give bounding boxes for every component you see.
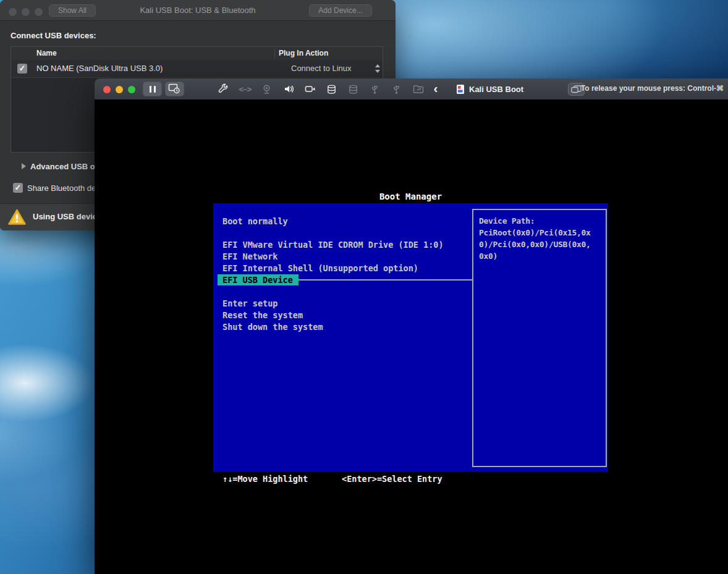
hard-disk-2-icon[interactable] (342, 80, 364, 98)
menu-item-efi-network[interactable]: EFI Network (213, 251, 471, 263)
usb-device-2-icon[interactable] (386, 80, 407, 98)
sound-icon[interactable] (277, 80, 299, 98)
column-divider (274, 48, 275, 59)
disclosure-triangle-icon[interactable] (22, 163, 26, 169)
add-device-button[interactable]: Add Device... (309, 4, 372, 17)
desktop: Show All Kali USB Boot: USB & Bluetooth … (0, 0, 728, 574)
help-move-highlight: ↑↓=Move Highlight (222, 474, 308, 484)
advanced-usb-label: Advanced USB opti (30, 162, 105, 171)
share-bluetooth-row[interactable]: Share Bluetooth de (13, 183, 96, 194)
boot-manager-panel: Boot normally EFI VMware Virtual IDE CDR… (213, 203, 608, 472)
camera-icon[interactable] (299, 80, 321, 98)
minimize-icon[interactable] (22, 8, 30, 16)
fullscreen-icon (571, 85, 582, 93)
snapshots-icon (168, 83, 180, 94)
table-row[interactable]: NO NAME (SanDisk Ultra USB 3.0) Connect … (11, 60, 383, 78)
usb-device-icon[interactable] (364, 80, 386, 98)
pause-icon (149, 86, 156, 93)
menu-item-boot-normally[interactable]: Boot normally (213, 216, 471, 227)
usb-device-name: NO NAME (SanDisk Ultra USB 3.0) (36, 64, 163, 73)
share-bluetooth-checkbox[interactable] (13, 183, 23, 193)
selection-highlight: EFI USB Device (218, 274, 298, 285)
show-all-button[interactable]: Show All (49, 4, 96, 17)
menu-item-efi-cdrom[interactable]: EFI VMware Virtual IDE CDROM Drive (IDE … (213, 239, 471, 251)
help-select-entry: <Enter>=Select Entry (342, 474, 442, 484)
collapse-toolbar-icon[interactable]: ‹ (429, 80, 442, 98)
wrench-icon[interactable] (213, 80, 234, 98)
stepper-icon[interactable] (373, 63, 381, 74)
pause-button[interactable] (143, 82, 162, 96)
snapshots-button[interactable] (165, 82, 184, 96)
device-path-panel: Device Path: PciRoot(0x0)/Pci(0x15,0x 0)… (472, 209, 607, 467)
advanced-usb-options-disclosure[interactable]: Advanced USB opti (22, 162, 105, 172)
vm-window: <··> (95, 78, 728, 574)
vm-titlebar: <··> (95, 78, 728, 100)
share-bluetooth-label: Share Bluetooth de (27, 184, 96, 193)
serial-port-icon[interactable]: <··> (234, 80, 256, 98)
zoom-icon[interactable] (128, 86, 135, 93)
release-mouse-hint: To release your mouse press: Control-⌘ (581, 84, 724, 93)
vm-device-toolbar: <··> (213, 80, 442, 98)
plug-in-action-select[interactable]: Connect to Linux (291, 64, 352, 73)
minimize-icon[interactable] (116, 86, 123, 93)
shared-folder-icon[interactable] (407, 80, 429, 98)
menu-item-shut-down[interactable]: Shut down the system (213, 321, 471, 333)
hard-disk-icon[interactable] (321, 80, 342, 98)
connect-usb-label: Connect USB devices: (11, 31, 96, 40)
settings-window-title: Kali USB Boot: USB & Bluetooth (99, 6, 297, 15)
menu-item-reset-system[interactable]: Reset the system (213, 310, 471, 321)
warning-icon (7, 208, 27, 226)
device-path-line: PciRoot(0x0)/Pci(0x15,0x (479, 227, 603, 238)
boot-menu: Boot normally EFI VMware Virtual IDE CDR… (213, 216, 471, 333)
settings-titlebar: Show All Kali USB Boot: USB & Bluetooth … (0, 0, 396, 21)
device-path-label: Device Path: (479, 215, 603, 227)
zoom-icon[interactable] (35, 8, 43, 16)
highlight-connector-line (298, 279, 472, 281)
menu-item-efi-internal-shell[interactable]: EFI Internal Shell (Unsupported option) (213, 263, 471, 274)
menu-item-enter-setup[interactable]: Enter setup (213, 298, 471, 310)
boot-manager-help-bar: ↑↓=Move Highlight <Enter>=Select Entry (213, 474, 608, 486)
column-header-name: Name (36, 49, 57, 57)
close-icon[interactable] (9, 8, 17, 16)
device-path-line: 0)/Pci(0x0,0x0)/USB(0x0, (479, 238, 603, 250)
webcam-icon[interactable] (256, 80, 277, 98)
boot-manager-title: Boot Manager (213, 192, 608, 201)
vm-title-group: Kali USB Boot (456, 82, 523, 96)
vm-screen: Boot Manager Boot normally EFI VMware Vi… (95, 99, 728, 574)
device-path-line: 0x0) (479, 250, 603, 262)
table-header: Name Plug In Action (11, 47, 383, 61)
usb-device-checkbox[interactable] (17, 64, 27, 74)
vm-window-title: Kali USB Boot (469, 85, 523, 94)
column-header-plug-in-action: Plug In Action (279, 49, 328, 57)
vm-document-icon (456, 84, 465, 95)
close-icon[interactable] (103, 86, 111, 93)
